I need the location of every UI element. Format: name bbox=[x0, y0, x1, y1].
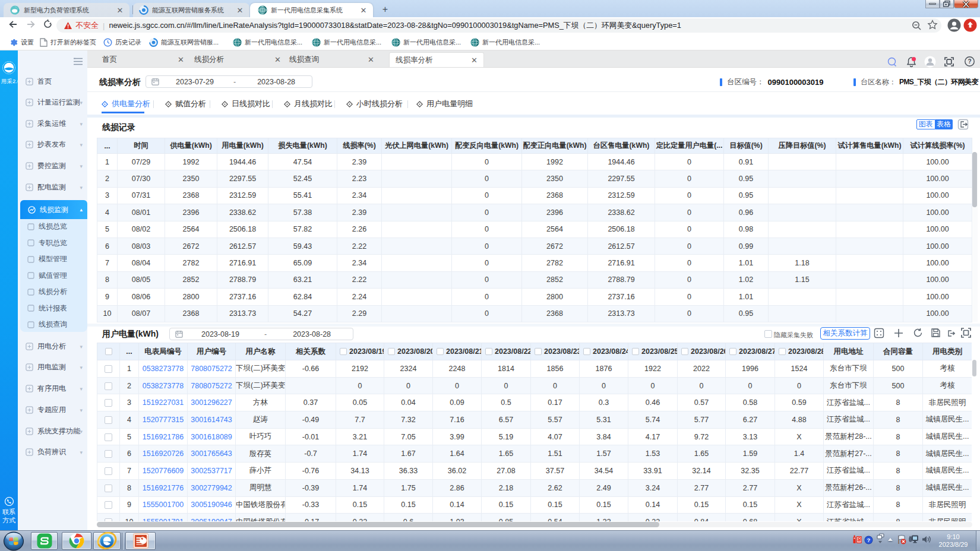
svg-text:?: ? bbox=[968, 58, 971, 65]
svg-text:?: ? bbox=[867, 537, 871, 543]
